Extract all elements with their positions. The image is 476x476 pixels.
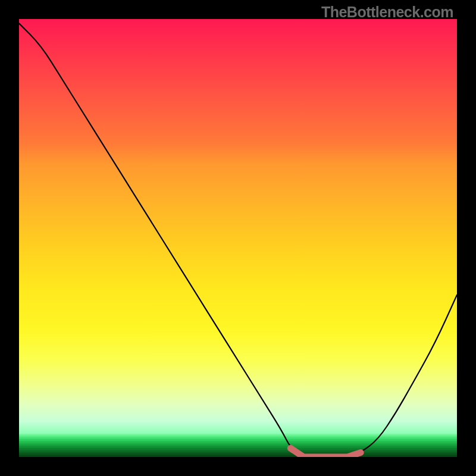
chart-frame	[19, 19, 457, 457]
watermark-text: TheBottleneck.com	[321, 4, 453, 21]
highlight-segment	[19, 19, 457, 457]
plot-area	[19, 19, 457, 457]
